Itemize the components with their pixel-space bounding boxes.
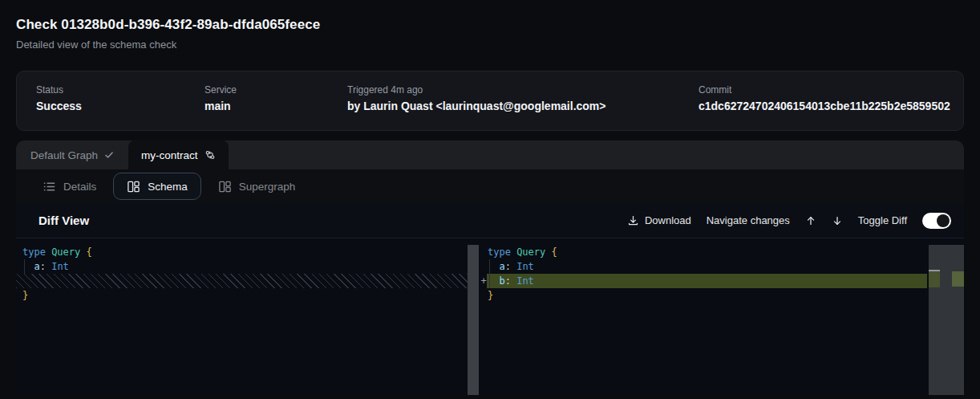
next-change-button[interactable] [832, 215, 843, 226]
left-pane-scrollbar[interactable] [468, 245, 479, 395]
list-icon [43, 180, 56, 193]
page-title: Check 01328b0d-b396-43f2-89ab-dfda065fee… [16, 17, 964, 33]
added-line-highlight [487, 274, 927, 288]
view-tab-label: Supergraph [239, 181, 296, 193]
status-value: Success [36, 100, 205, 112]
check-icon [104, 150, 114, 160]
tab-my-contract[interactable]: my-contract [128, 140, 229, 169]
after-code-line: a: Int [479, 259, 964, 274]
code-token: a [34, 261, 39, 272]
tab-schema[interactable]: Schema [113, 173, 201, 200]
before-code-line: a: Int [16, 259, 479, 274]
arrow-down-icon [832, 215, 843, 226]
page: Check 01328b0d-b396-43f2-89ab-dfda065fee… [0, 0, 980, 395]
diff-view-header: Diff View Download Navigate changes [16, 203, 964, 238]
page-header: Check 01328b0d-b396-43f2-89ab-dfda065fee… [16, 0, 964, 51]
code-token: Query [51, 246, 80, 258]
code-token: Int [516, 261, 534, 272]
code-token: } [488, 290, 493, 301]
navigate-changes-label: Navigate changes [707, 214, 790, 226]
page-subtitle: Detailed view of the schema check [16, 39, 964, 51]
code-token: type [22, 246, 46, 258]
added-line-plus-marker: + [480, 274, 488, 288]
panels-icon [127, 180, 140, 193]
code-token [80, 246, 86, 258]
before-code-line-omitted [16, 274, 479, 288]
tab-supergraph[interactable]: Supergraph [205, 173, 310, 200]
check-meta-card: Status Success Service main Triggered 4m… [16, 71, 964, 131]
panels-icon [218, 180, 232, 193]
code-token: Int [51, 261, 69, 272]
graph-tab-bar: Default Graph my-contract [16, 140, 964, 169]
meta-label: Triggered 4m ago [347, 84, 699, 96]
diff-pane-after: type Query { a: Int+ b: Int} [479, 238, 964, 395]
view-tab-label: Schema [148, 181, 188, 193]
meta-commit: Commit c1dc62724702406154013cbe11b225b2e… [699, 84, 963, 130]
diff-toolbar: Download Navigate changes Toggle Diff [627, 213, 951, 229]
download-icon [627, 214, 639, 226]
code-token [488, 275, 499, 287]
git-compare-icon [205, 149, 216, 161]
toggle-diff-switch[interactable] [922, 213, 951, 229]
service-value: main [205, 100, 347, 112]
tab-default-graph[interactable]: Default Graph [16, 140, 128, 169]
meta-status: Status Success [36, 84, 205, 130]
tab-details[interactable]: Details [29, 173, 110, 200]
diff-pane-before: type Query { a: Int} [16, 238, 479, 395]
view-tab-bar: Details Schema Supergraph [16, 169, 964, 203]
code-token: : [505, 261, 511, 272]
meta-label: Service [205, 84, 347, 96]
code-token: } [22, 290, 28, 301]
navigate-changes-button[interactable]: Navigate changes [707, 214, 790, 226]
code-token [545, 246, 551, 258]
meta-service: Service main [205, 84, 347, 130]
code-token: : [505, 275, 511, 287]
meta-label: Commit [699, 84, 963, 96]
right-pane-scrollbar[interactable] [929, 245, 964, 395]
before-code-line: type Query { [16, 245, 479, 259]
code-token: Query [516, 246, 545, 258]
before-code-line: } [16, 288, 479, 303]
previous-change-button[interactable] [805, 215, 816, 226]
meta-label: Status [36, 84, 205, 96]
triggered-by-value: by Laurin Quast <laurinquast@googlemail.… [347, 100, 699, 112]
code-token: type [488, 246, 511, 258]
schema-diff-editor: type Query { a: Int} type Query { a: Int… [16, 238, 964, 395]
graph-tab-label: my-contract [141, 149, 198, 161]
graph-tab-label: Default Graph [30, 149, 98, 161]
code-token: Int [516, 275, 534, 287]
added-line-overview-marker [952, 271, 964, 287]
arrow-up-icon [805, 215, 816, 226]
commit-value: c1dc62724702406154013cbe11b225b2e5859502 [699, 100, 963, 112]
code-token: a [499, 261, 504, 272]
code-token: { [87, 246, 92, 258]
download-button[interactable]: Download [627, 214, 691, 226]
toggle-diff-label: Toggle Diff [858, 214, 907, 226]
diff-view-title: Diff View [38, 214, 89, 227]
code-token: : [40, 261, 46, 272]
toggle-knob [937, 214, 950, 227]
code-token: { [552, 246, 557, 258]
after-code-line: } [479, 288, 964, 303]
after-code-line-added: + b: Int [479, 274, 964, 288]
view-tab-label: Details [63, 181, 96, 193]
after-code-line: type Query { [479, 245, 964, 259]
download-label: Download [645, 214, 691, 226]
code-token: b [499, 275, 504, 287]
meta-triggered: Triggered 4m ago by Laurin Quast <laurin… [347, 84, 699, 130]
added-line-scroll-marker [929, 271, 940, 287]
check-detail-panel: Default Graph my-contract [16, 140, 964, 395]
code-token [488, 261, 499, 272]
code-token [22, 261, 34, 272]
